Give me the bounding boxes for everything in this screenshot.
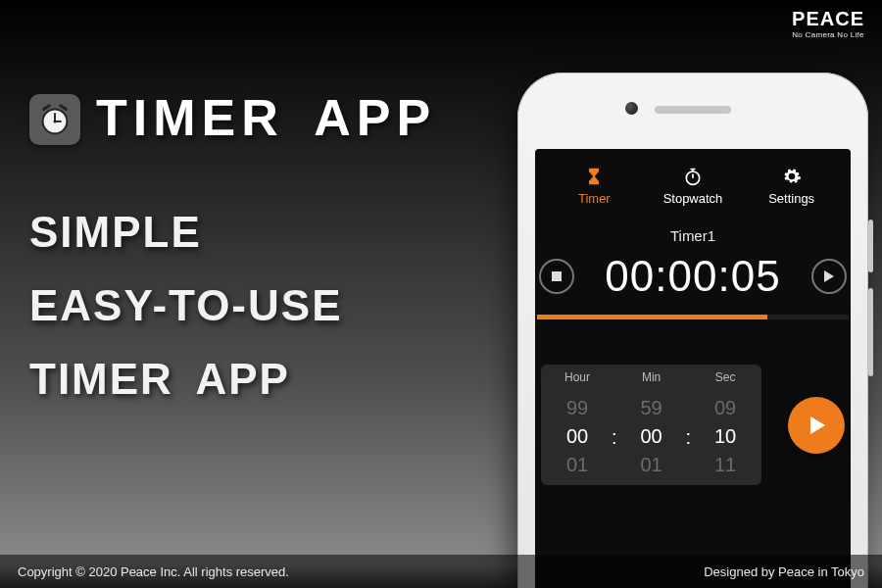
sec-below: 11: [714, 451, 736, 479]
designed-by-text: Designed by Peace in Tokyo: [704, 564, 864, 579]
hour-column[interactable]: Hour 99 00 01: [553, 370, 602, 479]
tab-bar: Timer Stopwatch Settings: [535, 149, 851, 214]
time-picker[interactable]: Hour 99 00 01 : Min 59 00 01 : Sec 09 10: [541, 365, 761, 485]
copyright-text: Copyright © 2020 Peace Inc. All rights r…: [18, 564, 289, 579]
min-selected: 00: [640, 422, 662, 451]
svg-rect-8: [552, 271, 562, 281]
timer-name-label: Timer1: [535, 227, 851, 244]
tab-label: Stopwatch: [663, 191, 723, 206]
elapsed-time-display: 00:00:05: [574, 252, 811, 301]
tab-settings[interactable]: Settings: [743, 167, 841, 206]
front-camera-icon: [625, 102, 638, 115]
progress-bar[interactable]: [537, 315, 849, 319]
timer-display-row: 00:00:05: [535, 244, 851, 301]
slogan-line: SIMPLE: [29, 196, 342, 270]
app-logo-icon: [29, 94, 80, 145]
footer-bar: Copyright © 2020 Peace Inc. All rights r…: [0, 555, 882, 588]
hour-selected: 00: [566, 422, 588, 451]
colon-separator: :: [686, 426, 692, 449]
brand-name: PEACE: [792, 8, 864, 30]
min-label: Min: [642, 370, 661, 384]
slogan-line: TIMER APP: [29, 343, 342, 416]
sec-selected: 10: [714, 422, 736, 451]
sec-above: 09: [714, 394, 736, 422]
colon-separator: :: [612, 426, 617, 449]
page-title: TIMER APP: [96, 88, 436, 147]
slogan-line: EASY-TO-USE: [29, 270, 342, 343]
sec-label: Sec: [715, 370, 736, 384]
tab-label: Timer: [578, 191, 611, 206]
app-screen: Timer Stopwatch Settings Timer1 00:00:05: [535, 149, 851, 588]
tab-label: Settings: [768, 191, 814, 206]
play-icon: [805, 414, 828, 437]
start-button[interactable]: [788, 397, 845, 454]
svg-point-3: [53, 120, 56, 122]
hour-below: 01: [566, 451, 588, 479]
progress-fill: [537, 315, 767, 319]
hour-label: Hour: [564, 370, 590, 384]
minute-column[interactable]: Min 59 00 01: [627, 370, 676, 479]
stop-button[interactable]: [539, 259, 574, 294]
speaker-grill: [655, 106, 731, 114]
svg-marker-10: [810, 416, 825, 434]
play-small-icon: [823, 270, 835, 283]
hourglass-icon: [584, 167, 604, 186]
stopwatch-icon: [683, 167, 703, 186]
tab-stopwatch[interactable]: Stopwatch: [644, 167, 742, 206]
svg-marker-9: [824, 270, 834, 282]
next-button[interactable]: [811, 259, 847, 294]
min-below: 01: [640, 451, 662, 479]
time-picker-zone: Hour 99 00 01 : Min 59 00 01 : Sec 09 10: [535, 365, 851, 485]
second-column[interactable]: Sec 09 10 11: [701, 370, 750, 479]
hour-above: 99: [566, 394, 588, 422]
slogan: SIMPLE EASY-TO-USE TIMER APP: [29, 196, 342, 416]
min-above: 59: [640, 394, 662, 422]
phone-mockup: Timer Stopwatch Settings Timer1 00:00:05: [517, 73, 868, 588]
alarm-clock-icon: [36, 101, 74, 138]
stop-icon: [551, 270, 563, 282]
gear-icon: [782, 167, 802, 186]
tab-timer[interactable]: Timer: [546, 167, 644, 206]
brand-logo: PEACE No Camera No Life: [792, 8, 864, 39]
brand-tagline: No Camera No Life: [792, 30, 864, 39]
